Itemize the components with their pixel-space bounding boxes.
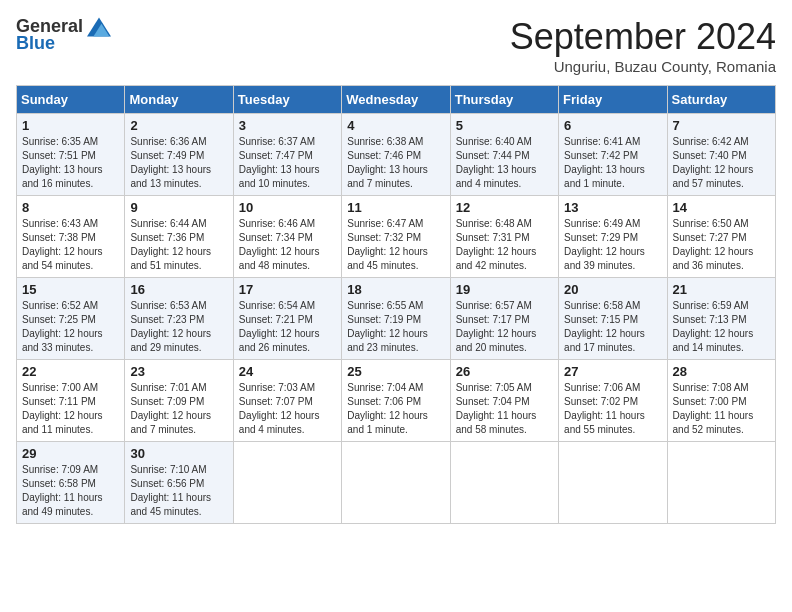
column-header-friday: Friday [559,86,667,114]
column-header-sunday: Sunday [17,86,125,114]
calendar-cell [559,442,667,524]
day-info: Sunrise: 6:41 AM Sunset: 7:42 PM Dayligh… [564,135,661,191]
daylight-text: Daylight: 13 hours and 10 minutes. [239,164,320,189]
day-info: Sunrise: 6:50 AM Sunset: 7:27 PM Dayligh… [673,217,770,273]
sunrise-text: Sunrise: 6:59 AM [673,300,749,311]
calendar-cell: 15 Sunrise: 6:52 AM Sunset: 7:25 PM Dayl… [17,278,125,360]
column-header-thursday: Thursday [450,86,558,114]
daylight-text: Daylight: 12 hours and 45 minutes. [347,246,428,271]
day-number: 23 [130,364,227,379]
sunset-text: Sunset: 7:07 PM [239,396,313,407]
sunrise-text: Sunrise: 6:47 AM [347,218,423,229]
day-info: Sunrise: 6:52 AM Sunset: 7:25 PM Dayligh… [22,299,119,355]
month-title: September 2024 [510,16,776,58]
day-number: 4 [347,118,444,133]
sunrise-text: Sunrise: 6:41 AM [564,136,640,147]
sunset-text: Sunset: 7:15 PM [564,314,638,325]
sunset-text: Sunset: 7:23 PM [130,314,204,325]
day-number: 1 [22,118,119,133]
calendar-header-row: SundayMondayTuesdayWednesdayThursdayFrid… [17,86,776,114]
sunset-text: Sunset: 6:58 PM [22,478,96,489]
day-number: 10 [239,200,336,215]
sunset-text: Sunset: 7:47 PM [239,150,313,161]
calendar-cell [342,442,450,524]
daylight-text: Daylight: 13 hours and 16 minutes. [22,164,103,189]
day-number: 22 [22,364,119,379]
calendar-cell: 2 Sunrise: 6:36 AM Sunset: 7:49 PM Dayli… [125,114,233,196]
calendar-cell: 13 Sunrise: 6:49 AM Sunset: 7:29 PM Dayl… [559,196,667,278]
day-number: 26 [456,364,553,379]
calendar-cell [450,442,558,524]
day-info: Sunrise: 6:53 AM Sunset: 7:23 PM Dayligh… [130,299,227,355]
sunrise-text: Sunrise: 7:01 AM [130,382,206,393]
day-number: 20 [564,282,661,297]
calendar-cell: 3 Sunrise: 6:37 AM Sunset: 7:47 PM Dayli… [233,114,341,196]
sunrise-text: Sunrise: 6:52 AM [22,300,98,311]
day-info: Sunrise: 7:06 AM Sunset: 7:02 PM Dayligh… [564,381,661,437]
sunset-text: Sunset: 7:46 PM [347,150,421,161]
daylight-text: Daylight: 12 hours and 23 minutes. [347,328,428,353]
daylight-text: Daylight: 12 hours and 39 minutes. [564,246,645,271]
calendar-cell: 6 Sunrise: 6:41 AM Sunset: 7:42 PM Dayli… [559,114,667,196]
daylight-text: Daylight: 12 hours and 4 minutes. [239,410,320,435]
calendar-cell: 7 Sunrise: 6:42 AM Sunset: 7:40 PM Dayli… [667,114,775,196]
day-info: Sunrise: 7:04 AM Sunset: 7:06 PM Dayligh… [347,381,444,437]
day-number: 8 [22,200,119,215]
calendar-cell [667,442,775,524]
day-number: 7 [673,118,770,133]
sunrise-text: Sunrise: 7:09 AM [22,464,98,475]
day-info: Sunrise: 6:36 AM Sunset: 7:49 PM Dayligh… [130,135,227,191]
day-number: 21 [673,282,770,297]
day-info: Sunrise: 6:57 AM Sunset: 7:17 PM Dayligh… [456,299,553,355]
sunset-text: Sunset: 7:31 PM [456,232,530,243]
day-info: Sunrise: 6:59 AM Sunset: 7:13 PM Dayligh… [673,299,770,355]
day-info: Sunrise: 6:43 AM Sunset: 7:38 PM Dayligh… [22,217,119,273]
calendar-cell: 8 Sunrise: 6:43 AM Sunset: 7:38 PM Dayli… [17,196,125,278]
daylight-text: Daylight: 12 hours and 17 minutes. [564,328,645,353]
daylight-text: Daylight: 13 hours and 4 minutes. [456,164,537,189]
day-number: 30 [130,446,227,461]
sunset-text: Sunset: 7:11 PM [22,396,96,407]
day-info: Sunrise: 6:54 AM Sunset: 7:21 PM Dayligh… [239,299,336,355]
day-info: Sunrise: 7:03 AM Sunset: 7:07 PM Dayligh… [239,381,336,437]
day-number: 11 [347,200,444,215]
calendar-cell [233,442,341,524]
daylight-text: Daylight: 12 hours and 57 minutes. [673,164,754,189]
calendar-cell: 4 Sunrise: 6:38 AM Sunset: 7:46 PM Dayli… [342,114,450,196]
sunset-text: Sunset: 7:38 PM [22,232,96,243]
daylight-text: Daylight: 12 hours and 11 minutes. [22,410,103,435]
sunrise-text: Sunrise: 6:37 AM [239,136,315,147]
day-number: 12 [456,200,553,215]
day-number: 27 [564,364,661,379]
sunset-text: Sunset: 6:56 PM [130,478,204,489]
column-header-wednesday: Wednesday [342,86,450,114]
location-subtitle: Unguriu, Buzau County, Romania [510,58,776,75]
sunset-text: Sunset: 7:36 PM [130,232,204,243]
sunrise-text: Sunrise: 6:58 AM [564,300,640,311]
calendar-cell: 1 Sunrise: 6:35 AM Sunset: 7:51 PM Dayli… [17,114,125,196]
sunset-text: Sunset: 7:49 PM [130,150,204,161]
calendar-cell: 19 Sunrise: 6:57 AM Sunset: 7:17 PM Dayl… [450,278,558,360]
day-info: Sunrise: 7:09 AM Sunset: 6:58 PM Dayligh… [22,463,119,519]
sunset-text: Sunset: 7:34 PM [239,232,313,243]
day-number: 3 [239,118,336,133]
day-info: Sunrise: 6:58 AM Sunset: 7:15 PM Dayligh… [564,299,661,355]
day-number: 29 [22,446,119,461]
sunset-text: Sunset: 7:29 PM [564,232,638,243]
sunset-text: Sunset: 7:13 PM [673,314,747,325]
sunrise-text: Sunrise: 7:05 AM [456,382,532,393]
sunrise-text: Sunrise: 6:44 AM [130,218,206,229]
daylight-text: Daylight: 13 hours and 7 minutes. [347,164,428,189]
calendar-cell: 27 Sunrise: 7:06 AM Sunset: 7:02 PM Dayl… [559,360,667,442]
daylight-text: Daylight: 12 hours and 7 minutes. [130,410,211,435]
calendar-cell: 16 Sunrise: 6:53 AM Sunset: 7:23 PM Dayl… [125,278,233,360]
sunset-text: Sunset: 7:32 PM [347,232,421,243]
column-header-saturday: Saturday [667,86,775,114]
calendar-week-row: 29 Sunrise: 7:09 AM Sunset: 6:58 PM Dayl… [17,442,776,524]
daylight-text: Daylight: 12 hours and 54 minutes. [22,246,103,271]
sunset-text: Sunset: 7:40 PM [673,150,747,161]
calendar-cell: 24 Sunrise: 7:03 AM Sunset: 7:07 PM Dayl… [233,360,341,442]
day-info: Sunrise: 6:48 AM Sunset: 7:31 PM Dayligh… [456,217,553,273]
day-number: 2 [130,118,227,133]
day-number: 24 [239,364,336,379]
